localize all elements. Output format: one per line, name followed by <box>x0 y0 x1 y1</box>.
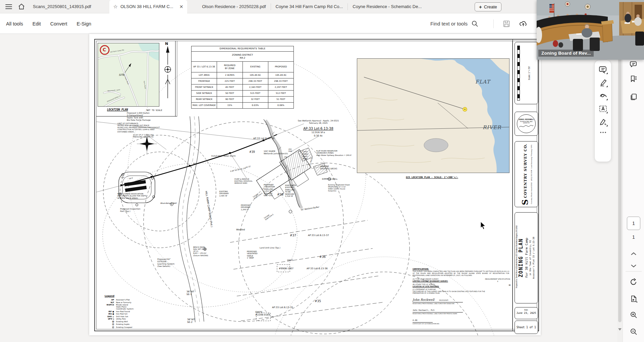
add-comment-icon[interactable] <box>598 64 608 74</box>
scale-bar <box>517 46 520 101</box>
legend-row: ⒸExisting Cesspool <box>105 326 148 329</box>
legend-symbol: RISPCS <box>105 304 116 310</box>
cloud-upload-icon[interactable] <box>519 20 527 28</box>
legend-description: Now or Formerly <box>116 301 131 303</box>
meeting-video-overlay[interactable]: Zoning Board of Rev... <box>537 0 644 60</box>
menu-convert[interactable]: Convert <box>50 21 67 26</box>
menu-all-tools[interactable]: All tools <box>6 21 23 26</box>
scrollbar-thumb[interactable] <box>618 35 622 322</box>
zoom-in-icon[interactable] <box>630 311 638 319</box>
dim-table-cell: 512 FEET <box>268 91 293 97</box>
search-icon[interactable] <box>471 20 479 28</box>
plan-date: June 23, 2025 <box>515 311 538 315</box>
dim-table-district: ZONING DISTRICT RR-2 <box>192 52 294 62</box>
legend-symbol: IRS ● <box>105 313 116 315</box>
legend-description: Existing Cesspool <box>116 326 132 329</box>
legend-rows: APAssessor's PlatN/FNow or FormerlyRISPC… <box>105 299 148 329</box>
previous-page-icon[interactable] <box>630 251 637 255</box>
sheet-box: Sheet 1 of 1 <box>515 321 538 334</box>
menu-edit[interactable]: Edit <box>33 21 41 26</box>
legend-description: Iron Rod Set <box>116 313 127 315</box>
fill-sign-icon[interactable] <box>598 117 608 127</box>
dim-table-cell: 0.03% <box>243 103 268 109</box>
legend-row: IRS ●Iron Rod Set <box>105 313 148 315</box>
page-number-input[interactable]: 1 <box>627 217 640 230</box>
tab-coyne-residence[interactable]: Coyne Residence - Schematic De... <box>348 0 426 13</box>
vertical-scrollbar[interactable] <box>617 34 623 342</box>
tab-label: Coyne Residence - Schematic De... <box>353 4 422 9</box>
dim-table-cell: 32 FEET <box>243 97 268 103</box>
dim-table-cell: FRONTAGE <box>192 78 217 84</box>
menu-icon[interactable] <box>5 4 12 9</box>
pages-panel-icon[interactable] <box>630 93 638 101</box>
right-panel-rail: 1 1 <box>623 34 644 342</box>
close-tab-icon[interactable]: ✕ <box>179 4 183 9</box>
legend-description: Rhode Island State Plane Coordinate Syst… <box>116 304 133 310</box>
scale-note: Scale: 1" = 50' <box>528 66 530 80</box>
dim-table-row: MAX. LOT COVERAGE15%0.03%0.06% <box>192 103 294 109</box>
date-box: Date: June 23, 2025 <box>515 307 538 319</box>
rotate-page-icon[interactable] <box>630 278 638 286</box>
tab-scans[interactable]: Scans_20250801_143915.pdf <box>25 0 101 13</box>
export-page-icon[interactable] <box>630 295 638 303</box>
dim-table-cell: LOT AREA <box>192 72 217 78</box>
star-icon[interactable]: ☆ <box>113 4 118 10</box>
menu-esign[interactable]: E-Sign <box>77 21 92 26</box>
certification-heading: CERTIFICATION: <box>413 268 511 270</box>
dim-table-row: SIDE SETBACK50 FEET515 FEET512 FEET <box>192 91 294 97</box>
highlight-icon[interactable] <box>598 77 608 88</box>
draw-icon[interactable] <box>598 91 608 101</box>
plan-title: ZONING PLAN <box>518 237 524 279</box>
create-button[interactable]: + Create <box>475 2 501 11</box>
quick-tools-panel <box>594 60 611 162</box>
firm-box: SCOVENTRY SURVEY CO. Coventry, Rhode Isl… <box>515 141 538 207</box>
tab-label: Olson Residence - 20250228.pdf <box>202 4 266 9</box>
legend-row: ⓌExisting Well <box>105 321 148 323</box>
dim-table-cell: REAR SETBACK <box>192 97 217 103</box>
add-text-icon[interactable] <box>598 104 608 114</box>
dim-table-cell: 2,297 FEET <box>268 84 293 91</box>
tab-olson-active[interactable]: ☆ OLSON 38 HILL FARM C... ✕ <box>109 0 187 13</box>
dim-table-cell: 15% <box>217 103 243 109</box>
legend-row: DHS ◎Drill Hole Set <box>105 316 148 318</box>
comments-panel-icon[interactable] <box>630 60 638 68</box>
gis-location-map: FLAT RIVER <box>357 58 509 173</box>
buildings <box>255 148 327 204</box>
legend-row: APAssessor's Plat <box>105 299 148 301</box>
location-plan-subtitle: NOT TO SCALE <box>147 109 162 112</box>
map-label: C <box>103 47 106 52</box>
next-page-icon[interactable] <box>630 263 637 267</box>
zoom-out-icon[interactable] <box>630 328 638 336</box>
legend-description: Iron Rod Found <box>116 310 130 312</box>
gis-map-caption: GIS LOCATION PLAN - SCALE: 1"=300'+/- <box>406 176 458 179</box>
bookmarks-panel-icon[interactable] <box>630 75 638 83</box>
tab-olson-residence[interactable]: Olson Residence - 20250228.pdf <box>197 0 270 13</box>
total-pages-label: 1 <box>623 234 644 240</box>
location-plan-map: Hill Farm Camp RdSITEHill Farm RoadWeymo… <box>98 43 159 107</box>
surveyor-signature: John Rockwell <box>413 298 434 301</box>
acrobat-window: Scans_20250801_143915.pdf ☆ OLSON 38 HIL… <box>0 0 644 342</box>
legend-symbol: N/F <box>105 301 116 303</box>
legend-symbol: Ⓦ <box>105 321 116 323</box>
scale-bar-box: Scale: 1" = 50' <box>515 42 538 104</box>
dim-table-row: REAR SETBACK90 FEET32 FEET51 FEET <box>192 97 294 103</box>
more-tools-icon[interactable] <box>598 130 608 136</box>
dim-table-cell: 298.33 FEET <box>268 78 293 84</box>
legend-description: Existing Well <box>116 321 128 323</box>
plus-icon: + <box>479 4 482 10</box>
location-plan-title: LOCATION PLAN <box>107 108 128 112</box>
dim-table-cell: 0.06% <box>268 103 293 109</box>
owts-box <box>277 265 290 272</box>
legend-title: Legend <box>105 295 114 297</box>
certification-block: CERTIFICATION: THIS SURVEY HAS BEEN COND… <box>413 268 511 325</box>
plan-title-box: ZONING PLAN for 38 Hill Farm Camp in the… <box>515 212 538 303</box>
find-text-button[interactable]: Find text or tools <box>430 13 479 34</box>
scrollbar-down-arrow[interactable] <box>618 328 622 331</box>
tab-coyne-34[interactable]: Coyne 34 Hill Farm Camp Rd Co... <box>271 0 348 13</box>
rail-divider <box>626 271 642 272</box>
home-icon[interactable] <box>17 3 25 11</box>
legend-row: UP# ⌀Utility Pole <box>105 318 148 320</box>
legend: Legend APAssessor's PlatN/FNow or Former… <box>105 292 148 329</box>
save-icon[interactable] <box>502 20 511 28</box>
prepared-for: Prepared For: David Olson & Elizabeth He… <box>516 225 518 288</box>
